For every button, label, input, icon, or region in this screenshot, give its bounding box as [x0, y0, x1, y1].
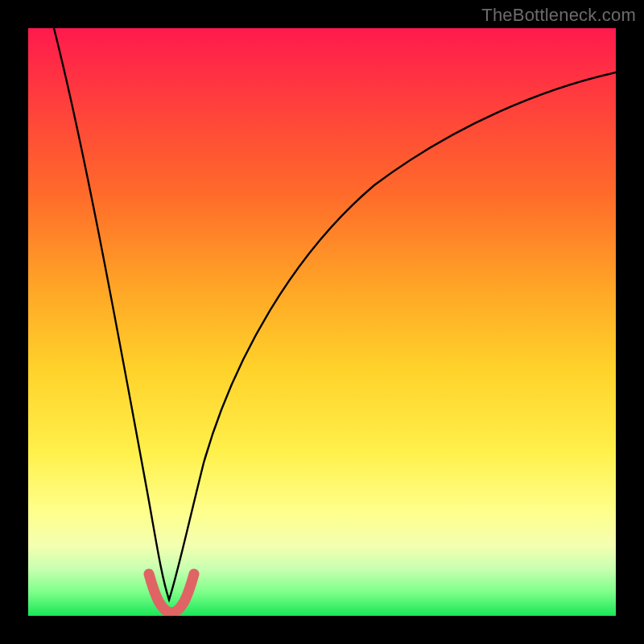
curve-layer: [28, 28, 616, 616]
bottleneck-curve: [54, 28, 616, 600]
plot-area: [28, 28, 616, 616]
watermark-text: TheBottleneck.com: [481, 5, 636, 26]
chart-frame: TheBottleneck.com: [0, 0, 644, 644]
